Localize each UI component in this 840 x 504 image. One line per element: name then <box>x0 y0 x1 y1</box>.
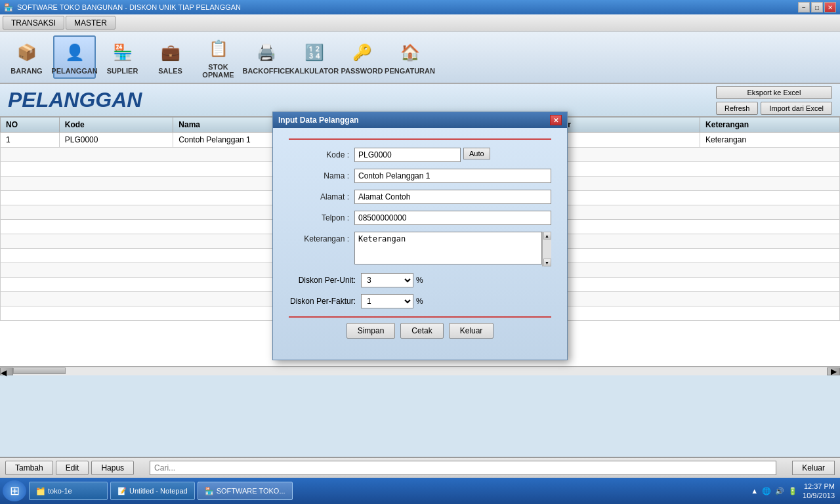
col-no: NO <box>1 117 60 133</box>
alamat-input[interactable] <box>354 190 551 204</box>
cell-keterangan: Keterangan <box>700 133 840 148</box>
diskon-faktur-label: Diskon Per-Faktur: <box>289 297 361 306</box>
auto-button[interactable]: Auto <box>463 148 490 159</box>
backoffice-icon: 🖨️ <box>253 39 280 66</box>
nama-row: Nama : <box>289 169 551 183</box>
taskbar: ⊞ 🗂️ toko-1e 📝 Untitled - Notepad 🏪 SOFT… <box>0 478 840 504</box>
tray-network-icon: 🌐 <box>762 487 771 495</box>
cell-kode: PLG0000 <box>59 133 173 148</box>
toolbar-suplier[interactable]: 🏪 SUPLIER <box>101 36 144 78</box>
maximize-button[interactable]: □ <box>811 2 823 12</box>
tray-arrow-icon[interactable]: ▲ <box>751 487 758 495</box>
password-icon: 🔑 <box>349 39 375 66</box>
taskbar-software-toko[interactable]: 🏪 SOFTWARE TOKO... <box>198 482 293 500</box>
bottom-bar: Tambah Edit Hapus Keluar <box>0 457 840 478</box>
modal-bottom-divider <box>289 316 551 318</box>
password-label: PASSWORD <box>341 67 383 75</box>
kalkulator-label: KALKULATOR <box>289 67 339 75</box>
toolbar-sales[interactable]: 💼 SALES <box>149 36 192 78</box>
toko1e-icon: 🗂️ <box>36 487 45 495</box>
diskon-unit-select[interactable]: 3 1 2 5 <box>361 273 413 287</box>
toko1e-label: toko-1e <box>48 487 72 495</box>
title-bar: 🏪 SOFTWARE TOKO BANGUNAN - DISKON UNIK T… <box>0 0 840 14</box>
pelanggan-icon: 👤 <box>62 39 88 66</box>
search-input[interactable] <box>150 461 776 475</box>
tray-speaker-icon: 🔊 <box>775 487 784 495</box>
close-button[interactable]: ✕ <box>824 2 836 12</box>
stok-label: STOK OPNAME <box>200 63 236 79</box>
modal-keluar-button[interactable]: Keluar <box>449 323 494 339</box>
hapus-button[interactable]: Hapus <box>91 461 134 475</box>
taskbar-right: ▲ 🌐 🔊 🔋 12:37 PM 10/9/2013 <box>751 482 837 501</box>
col-keterangan: Keterangan <box>700 117 840 133</box>
edit-button[interactable]: Edit <box>56 461 89 475</box>
menu-master[interactable]: MASTER <box>66 16 116 30</box>
keterangan-scroll-up[interactable]: ▲ <box>543 232 551 240</box>
stok-icon: 📋 <box>205 35 232 62</box>
toolbar: 📦 BARANG 👤 PELANGGAN 🏪 SUPLIER 💼 SALES 📋… <box>0 32 840 84</box>
taskbar-notepad[interactable]: 📝 Untitled - Notepad <box>110 482 195 500</box>
clock-time: 12:37 PM <box>803 482 835 491</box>
menu-bar: TRANSAKSI MASTER <box>0 14 840 32</box>
system-clock: 12:37 PM 10/9/2013 <box>803 482 835 501</box>
keterangan-scroll-down[interactable]: ▼ <box>543 259 551 266</box>
suplier-label: SUPLIER <box>107 67 138 75</box>
scroll-right-btn[interactable]: ▶ <box>827 368 840 375</box>
modal-top-divider <box>289 138 551 140</box>
diskon-faktur-select[interactable]: 1 2 3 5 <box>361 294 413 308</box>
toolbar-stok-opname[interactable]: 📋 STOK OPNAME <box>197 32 240 82</box>
modal-input-pelanggan: Input Data Pelanggan ✕ Kode : Auto Nama … <box>272 112 568 360</box>
refresh-button[interactable]: Refresh <box>716 102 759 115</box>
taskbar-toko1e[interactable]: 🗂️ toko-1e <box>29 482 108 500</box>
toolbar-pengaturan[interactable]: 🏠 PENGATURAN <box>388 36 431 78</box>
telpon-row: Telpon : <box>289 211 551 225</box>
diskon-faktur-pct: % <box>416 297 423 306</box>
toolbar-backoffice[interactable]: 🖨️ BACKOFFICE <box>245 36 287 78</box>
modal-title: Input Data Pelanggan <box>278 116 359 125</box>
scroll-left-btn[interactable]: ◀ <box>0 368 13 375</box>
pengaturan-label: PENGATURAN <box>385 67 435 75</box>
diskon-faktur-row: Diskon Per-Faktur: 1 2 3 5 % <box>289 294 551 308</box>
nama-label: Nama : <box>289 169 354 180</box>
alamat-row: Alamat : <box>289 190 551 204</box>
software-toko-label: SOFTWARE TOKO... <box>217 487 285 495</box>
software-toko-icon: 🏪 <box>205 487 214 495</box>
pengaturan-icon: 🏠 <box>397 39 423 66</box>
keterangan-label: Keterangan : <box>289 232 354 243</box>
app-icon: 🏪 <box>4 3 13 12</box>
pelanggan-label: PELANGGAN <box>51 67 97 75</box>
diskon-unit-row: Diskon Per-Unit: 3 1 2 5 % <box>289 273 551 287</box>
keterangan-row: Keterangan : Keterangan ▲ ▼ <box>289 232 551 266</box>
keluar-button[interactable]: Keluar <box>792 461 835 475</box>
horizontal-scrollbar[interactable]: ◀ ▶ <box>0 366 840 375</box>
toolbar-barang[interactable]: 📦 BARANG <box>5 36 48 78</box>
kode-input[interactable] <box>354 148 461 162</box>
sales-label: SALES <box>158 67 182 75</box>
scroll-thumb[interactable] <box>13 368 66 374</box>
toolbar-kalkulator[interactable]: 🔢 KALKULATOR <box>293 36 335 78</box>
alamat-label: Alamat : <box>289 190 354 201</box>
export-excel-button[interactable]: Eksport ke Excel <box>716 86 832 99</box>
menu-transaksi[interactable]: TRANSAKSI <box>3 16 64 30</box>
toolbar-password[interactable]: 🔑 PASSWORD <box>341 36 383 78</box>
start-button[interactable]: ⊞ <box>3 480 26 501</box>
notepad-icon: 📝 <box>117 487 127 495</box>
col-kode: Kode <box>59 117 173 133</box>
barang-label: BARANG <box>10 67 42 75</box>
minimize-button[interactable]: − <box>798 2 810 12</box>
sales-icon: 💼 <box>158 39 184 66</box>
keterangan-textarea[interactable]: Keterangan <box>354 232 542 264</box>
telpon-label: Telpon : <box>289 211 354 222</box>
toolbar-pelanggan[interactable]: 👤 PELANGGAN <box>53 35 96 79</box>
suplier-icon: 🏪 <box>110 39 136 66</box>
system-tray: ▲ 🌐 🔊 🔋 <box>751 487 797 495</box>
telpon-input[interactable] <box>354 211 551 225</box>
modal-close-button[interactable]: ✕ <box>550 115 562 125</box>
nama-input[interactable] <box>354 169 551 183</box>
cetak-button[interactable]: Cetak <box>400 323 443 339</box>
simpan-button[interactable]: Simpan <box>346 323 396 339</box>
kalkulator-icon: 🔢 <box>301 39 327 66</box>
import-excel-button[interactable]: Import dari Excel <box>761 102 832 115</box>
tambah-button[interactable]: Tambah <box>5 461 53 475</box>
window-title: SOFTWARE TOKO BANGUNAN - DISKON UNIK TIA… <box>17 3 241 11</box>
